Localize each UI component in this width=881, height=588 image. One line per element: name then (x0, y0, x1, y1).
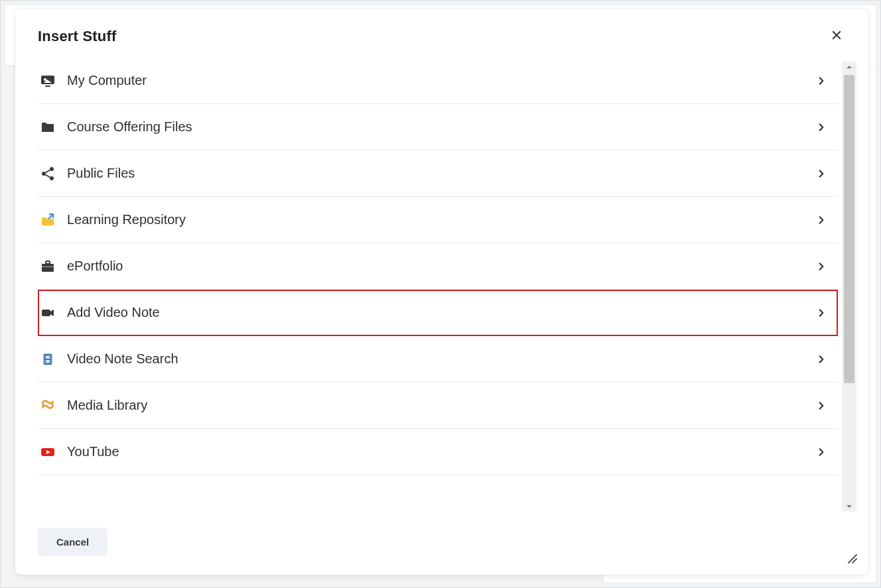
svg-point-7 (50, 176, 54, 180)
svg-rect-14 (44, 357, 46, 359)
svg-rect-8 (42, 264, 54, 272)
svg-rect-20 (50, 362, 52, 363)
chevron-right-icon (814, 120, 829, 135)
source-list: My Computer Course Offering Files (38, 58, 838, 475)
source-item-eportfolio[interactable]: ePortfolio (38, 243, 838, 290)
chevron-right-icon (814, 306, 829, 320)
source-item-label: My Computer (67, 73, 814, 88)
svg-rect-17 (50, 355, 52, 356)
svg-point-3 (44, 78, 46, 81)
source-item-label: ePortfolio (67, 259, 814, 274)
briefcase-icon (39, 258, 56, 275)
source-item-label: Video Note Search (67, 351, 814, 367)
svg-rect-13 (44, 355, 46, 356)
source-item-label: Learning Repository (67, 212, 814, 227)
svg-rect-2 (41, 76, 54, 84)
svg-rect-16 (44, 362, 46, 363)
chevron-right-icon (814, 398, 829, 413)
source-item-youtube[interactable]: YouTube (38, 429, 838, 475)
close-icon (831, 29, 843, 44)
film-strip-icon (39, 351, 56, 368)
source-item-label: YouTube (67, 444, 814, 459)
source-list-pane: My Computer Course Offering Files (38, 58, 842, 516)
source-item-course-offering-files[interactable]: Course Offering Files (38, 104, 838, 150)
share-icon (39, 165, 56, 182)
media-icon (39, 397, 56, 414)
source-item-public-files[interactable]: Public Files (38, 150, 838, 197)
source-item-label: Media Library (67, 398, 814, 413)
video-camera-icon (39, 304, 56, 322)
page-backdrop: Insert Stuff (0, 0, 881, 588)
source-item-my-computer[interactable]: My Computer (38, 58, 838, 104)
youtube-icon (39, 443, 56, 461)
svg-line-25 (852, 559, 856, 563)
scroll-up-arrow-icon[interactable] (842, 62, 856, 72)
source-item-label: Course Offering Files (67, 119, 814, 135)
scrollbar[interactable] (842, 62, 856, 512)
computer-icon (39, 72, 56, 89)
svg-rect-4 (45, 86, 50, 87)
repository-icon (39, 211, 56, 229)
svg-point-5 (50, 167, 54, 171)
svg-line-24 (848, 555, 856, 563)
dialog-footer: Cancel (15, 516, 868, 575)
source-item-add-video-note[interactable]: Add Video Note (38, 290, 838, 336)
source-item-video-note-search[interactable]: Video Note Search (38, 336, 838, 382)
chevron-right-icon (814, 259, 829, 274)
svg-rect-9 (46, 261, 50, 264)
scrollbar-thumb[interactable] (844, 75, 854, 383)
chevron-right-icon (814, 166, 829, 181)
source-item-label: Add Video Note (67, 305, 814, 320)
chevron-right-icon (814, 74, 829, 88)
svg-rect-11 (42, 310, 50, 316)
insert-stuff-dialog: Insert Stuff (15, 9, 868, 575)
cancel-button[interactable]: Cancel (38, 528, 107, 556)
folder-icon (39, 119, 56, 136)
dialog-body: My Computer Course Offering Files (15, 58, 868, 516)
dialog-header: Insert Stuff (15, 9, 868, 58)
svg-point-6 (42, 172, 46, 176)
source-item-media-library[interactable]: Media Library (38, 382, 838, 429)
svg-rect-21 (46, 355, 50, 359)
svg-rect-15 (44, 359, 46, 361)
svg-rect-22 (46, 359, 50, 363)
source-item-label: Public Files (67, 166, 814, 181)
svg-rect-18 (50, 357, 52, 359)
scroll-down-arrow-icon[interactable] (842, 501, 856, 512)
resize-grip-icon[interactable] (845, 551, 858, 564)
source-item-learning-repository[interactable]: Learning Repository (38, 197, 838, 243)
chevron-right-icon (814, 352, 829, 367)
chevron-right-icon (814, 213, 829, 227)
dialog-title: Insert Stuff (38, 28, 117, 45)
svg-rect-19 (50, 359, 52, 361)
chevron-right-icon (814, 445, 829, 459)
close-button[interactable] (827, 27, 846, 46)
svg-rect-10 (42, 266, 54, 267)
